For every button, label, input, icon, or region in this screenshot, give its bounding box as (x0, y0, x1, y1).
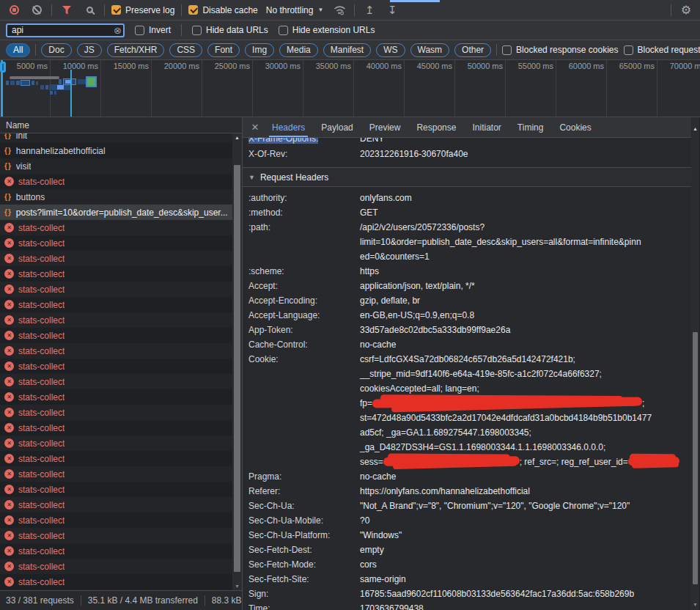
scrollbar-thumb[interactable] (234, 165, 240, 572)
request-row[interactable]: {}hannahelizabethofficial (0, 143, 242, 158)
name-column-header[interactable]: Name (0, 117, 242, 133)
header-name: Cookie: (248, 352, 360, 367)
network-conditions-button[interactable] (331, 2, 347, 18)
request-row[interactable]: ✕stats-collect (0, 328, 242, 343)
request-row[interactable]: ✕stats-collect (0, 466, 242, 482)
scroll-up-icon[interactable]: ▲ (691, 126, 699, 131)
tab-timing[interactable]: Timing (510, 117, 551, 137)
throttling-dropdown[interactable]: No throttling ▼ (265, 5, 325, 15)
blocked-response-cookies-checkbox[interactable]: Blocked response cookies (502, 45, 618, 55)
import-har-button[interactable]: ↥ (361, 2, 377, 18)
timeline-ticks: 5000 ms10000 ms15000 ms20000 ms25000 ms3… (0, 60, 700, 117)
request-row[interactable]: ✕stats-collect (0, 451, 242, 466)
request-list-scrollbar[interactable]: ▲ ▼ (232, 133, 242, 590)
timeline-tick-label: 25000 ms (202, 60, 253, 117)
request-row[interactable]: ✕stats-collect (0, 543, 242, 559)
request-row[interactable]: ✕stats-collect (0, 528, 242, 543)
request-row[interactable]: ✕stats-collect (0, 359, 242, 374)
tab-payload[interactable]: Payload (314, 117, 360, 137)
request-row[interactable]: ✕stats-collect (0, 266, 242, 282)
header-name: X-Of-Rev: (248, 147, 360, 161)
disable-cache-checkbox[interactable]: Disable cache (188, 5, 257, 15)
tab-cookies[interactable]: Cookies (552, 117, 598, 137)
filter-toggle-button[interactable] (59, 2, 75, 18)
preserve-log-checkbox[interactable]: Preserve log (111, 5, 174, 15)
search-button[interactable] (81, 2, 97, 18)
request-row[interactable]: ✕stats-collect (0, 220, 242, 235)
request-row[interactable]: ✕stats-collect (0, 374, 242, 389)
tab-initiator[interactable]: Initiator (465, 117, 508, 137)
divider (354, 4, 355, 16)
header-row: Sec-Ch-Ua-Mobile:?0 (243, 513, 699, 528)
request-name: stats-collect (18, 408, 65, 418)
close-details-button[interactable]: ✕ (247, 122, 263, 133)
timeline-overview[interactable]: 5000 ms10000 ms15000 ms20000 ms25000 ms3… (0, 60, 700, 117)
request-row[interactable]: ✕stats-collect (0, 574, 242, 589)
settings-button[interactable]: ⚙ (678, 2, 694, 18)
request-headers-section-toggle[interactable]: ▼ Request Headers (243, 168, 699, 187)
request-row[interactable]: {}init (0, 133, 242, 143)
header-value-line: csrf=LdfcGX4Sa72db06824c657db26a5d142472… (360, 352, 674, 367)
network-toolbar: Preserve log Disable cache No throttling… (0, 0, 700, 21)
failed-request-icon: ✕ (4, 485, 14, 494)
request-row[interactable]: {}buttons (0, 189, 242, 205)
request-row[interactable]: ✕stats-collect (0, 389, 242, 405)
header-row: Accept-Language:en-GB,en-US;q=0.9,en;q=0… (243, 308, 699, 323)
header-name: :method: (248, 205, 360, 220)
request-row[interactable]: {}posts?limit=10&order=publish_date_desc… (0, 205, 242, 220)
invert-checkbox[interactable]: Invert (135, 25, 171, 35)
overview-request-bar (57, 85, 64, 89)
scroll-down-icon[interactable]: ▼ (691, 602, 699, 607)
request-row[interactable]: ✕stats-collect (0, 482, 242, 497)
request-row[interactable]: ✕stats-collect (0, 512, 242, 528)
request-list-pane: Name {}init{}hannahelizabethofficial{}vi… (0, 117, 243, 610)
header-value-line: ed=0&counters=1 (360, 249, 674, 264)
details-scrollbar[interactable]: ▲ ▼ (691, 117, 699, 610)
request-row[interactable]: ✕stats-collect (0, 174, 242, 189)
request-row[interactable]: ✕stats-collect (0, 436, 242, 451)
request-row[interactable]: ✕stats-collect (0, 420, 242, 436)
request-row[interactable]: ✕stats-collect (0, 297, 242, 312)
request-row[interactable]: ✕stats-collect (0, 251, 242, 266)
clear-button[interactable] (29, 2, 45, 18)
request-list: {}init{}hannahelizabethofficial{}visit✕s… (0, 133, 242, 589)
type-filter-js[interactable]: JS (77, 43, 102, 57)
request-row[interactable]: {}visit (0, 158, 242, 174)
scrollbar-thumb[interactable] (693, 332, 698, 584)
overview-drag-handle[interactable] (0, 62, 6, 73)
scroll-up-icon[interactable]: ▲ (232, 135, 242, 140)
request-details-pane: ✕ HeadersPayloadPreviewResponseInitiator… (243, 117, 699, 610)
hide-extension-urls-checkbox[interactable]: Hide extension URLs (279, 25, 375, 35)
request-row[interactable]: ✕stats-collect (0, 497, 242, 512)
header-value-line: 16785:5aad9602cf110608b03133de563642fac1… (360, 587, 674, 601)
record-button[interactable] (6, 2, 22, 18)
export-har-button[interactable]: ↧ (384, 2, 400, 18)
request-row[interactable]: ✕stats-collect (0, 559, 242, 574)
type-filter-css[interactable]: CSS (169, 43, 202, 57)
filter-input[interactable] (6, 23, 125, 37)
tab-response[interactable]: Response (409, 117, 463, 137)
type-filter-manifest[interactable]: Manifest (323, 43, 371, 57)
blocked-requests-checkbox[interactable]: Blocked requests (624, 45, 700, 55)
request-row[interactable]: ✕stats-collect (0, 282, 242, 297)
tab-headers[interactable]: Headers (265, 117, 312, 137)
request-row[interactable]: ✕stats-collect (0, 235, 242, 251)
type-filter-wasm[interactable]: Wasm (410, 43, 450, 57)
type-filter-other[interactable]: Other (454, 43, 491, 57)
hide-data-urls-checkbox[interactable]: Hide data URLs (192, 25, 268, 35)
header-name: Sec-Fetch-Site: (248, 572, 360, 587)
request-row[interactable]: ✕stats-collect (0, 343, 242, 359)
type-filter-font[interactable]: Font (207, 43, 240, 57)
overview-request-bar (45, 85, 48, 89)
type-filter-doc[interactable]: Doc (41, 43, 71, 57)
clear-input-icon[interactable]: ⊗ (114, 25, 122, 36)
scroll-down-icon[interactable]: ▼ (232, 584, 242, 589)
type-filter-ws[interactable]: WS (376, 43, 405, 57)
type-filter-media[interactable]: Media (279, 43, 318, 57)
request-row[interactable]: ✕stats-collect (0, 405, 242, 420)
type-filter-all[interactable]: All (6, 43, 30, 57)
request-row[interactable]: ✕stats-collect (0, 312, 242, 328)
type-filter-fetch-xhr[interactable]: Fetch/XHR (107, 43, 165, 57)
type-filter-img[interactable]: Img (245, 43, 274, 57)
tab-preview[interactable]: Preview (362, 117, 408, 137)
